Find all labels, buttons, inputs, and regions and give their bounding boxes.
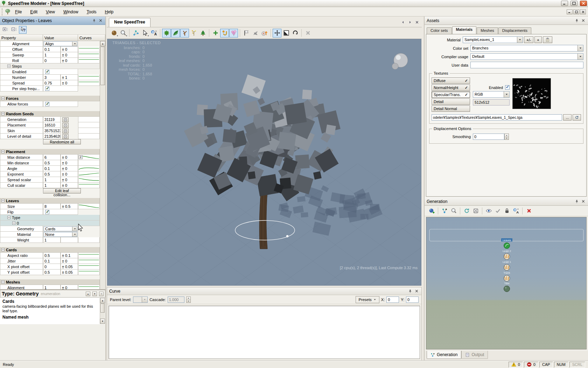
table-scrollbar[interactable]: ▲ ▼ xyxy=(100,41,105,324)
section-header-forces[interactable]: Forces xyxy=(0,96,100,101)
section-header-leaves[interactable]: Leaves xyxy=(0,198,100,204)
minimize-button[interactable] xyxy=(561,1,568,6)
collapse-icon[interactable] xyxy=(1,280,5,284)
property-label[interactable]: Spread xyxy=(0,80,43,86)
tab-displacements[interactable]: Displacements xyxy=(498,27,531,34)
close-button[interactable] xyxy=(580,1,587,6)
value-cell[interactable]: 8 xyxy=(43,204,61,209)
property-label[interactable]: Allow forces xyxy=(0,101,43,107)
variance-cell[interactable]: ± 0 xyxy=(61,166,78,171)
property-label[interactable]: Flip xyxy=(0,209,43,215)
property-label[interactable]: Roll xyxy=(0,58,43,63)
y-input[interactable] xyxy=(406,297,419,303)
dice-button[interactable] xyxy=(471,207,480,215)
scroll-up-icon[interactable]: ▲ xyxy=(100,41,105,46)
delete-red-button[interactable] xyxy=(525,207,533,215)
variance-cell[interactable] xyxy=(61,134,78,139)
property-label[interactable]: Exponent xyxy=(0,171,43,177)
description-scrollbar[interactable]: ▲ ▼ xyxy=(100,298,105,324)
value-cell[interactable]: 3 xyxy=(43,75,61,80)
check-button[interactable] xyxy=(493,207,502,215)
curve-cell[interactable] xyxy=(78,258,100,264)
collapse-icon[interactable] xyxy=(12,222,15,225)
collapse-icon[interactable] xyxy=(7,216,10,219)
randomize-dice-button[interactable] xyxy=(62,129,69,134)
tab-color-sets[interactable]: Color sets xyxy=(427,27,452,34)
group-row-0[interactable]: 0 xyxy=(0,220,100,226)
property-label[interactable]: Cull scalar xyxy=(0,183,43,188)
chevron-down-icon[interactable] xyxy=(72,42,77,46)
close-panel-icon[interactable] xyxy=(98,18,103,23)
allow-forces-checkbox[interactable] xyxy=(45,102,49,106)
value-cell[interactable]: 0.1 xyxy=(43,47,61,52)
property-label[interactable]: Jitter xyxy=(0,258,43,264)
value-cell[interactable]: 16510 xyxy=(43,122,61,128)
close-tab-icon[interactable] xyxy=(414,20,420,25)
add-button[interactable] xyxy=(211,29,220,38)
scrollbar-thumb[interactable] xyxy=(100,304,105,313)
curve-cell[interactable] xyxy=(78,171,100,177)
curve-cell[interactable] xyxy=(78,80,100,86)
pin-icon[interactable] xyxy=(91,18,97,23)
property-label[interactable]: Offset xyxy=(0,47,43,52)
smoothing-stepper[interactable]: ▲▼ xyxy=(504,134,509,140)
refresh-button[interactable] xyxy=(462,207,471,215)
curve-cell[interactable] xyxy=(78,75,100,80)
curve-cell[interactable] xyxy=(78,134,100,139)
pin-icon[interactable] xyxy=(574,199,580,204)
variance-cell[interactable]: ± 0 xyxy=(61,52,78,58)
menu-edit[interactable]: Edit xyxy=(26,8,42,16)
flip-checkbox[interactable] xyxy=(45,210,49,214)
show-fronds-button[interactable] xyxy=(171,29,180,38)
variance-cell[interactable]: ± 0 xyxy=(61,160,78,166)
variance-cell[interactable] xyxy=(61,128,78,134)
x-input[interactable] xyxy=(386,297,399,303)
select-cursor-button[interactable]: ▾ xyxy=(140,29,149,38)
forces-button[interactable] xyxy=(220,29,229,38)
spin-up-icon[interactable]: ▲ xyxy=(505,134,509,137)
variance-cell[interactable]: ± 0 xyxy=(61,258,78,264)
display-mode-button[interactable]: ▾ xyxy=(110,29,118,38)
curve-cell[interactable]: 2 xyxy=(78,155,100,160)
collapse-icon[interactable] xyxy=(7,64,10,68)
curve-cell[interactable] xyxy=(78,122,100,128)
cascade-stepper[interactable]: ▲▼ xyxy=(186,297,191,303)
curve-cell[interactable] xyxy=(78,270,100,275)
variance-cell[interactable]: ± 0.05 xyxy=(61,264,78,270)
variance-cell[interactable]: ± 1 xyxy=(61,75,78,80)
parent-level-select[interactable] xyxy=(133,297,148,303)
cascade-input[interactable] xyxy=(168,297,184,303)
maximize-button[interactable] xyxy=(570,1,578,6)
texture-slot-detail[interactable]: Detail xyxy=(432,98,470,105)
curve-cell[interactable] xyxy=(78,128,100,134)
texture-slot-specular-trans[interactable]: Specular/Trans.✓ xyxy=(432,91,470,98)
collision-button[interactable] xyxy=(229,29,238,38)
spin-down-icon[interactable]: ▼ xyxy=(505,137,509,140)
eye-button[interactable] xyxy=(484,207,493,215)
rename-button[interactable]: BA xyxy=(149,29,158,38)
variance-cell[interactable]: ± 0 xyxy=(61,177,78,183)
variance-cell[interactable]: ± 0 xyxy=(61,155,78,160)
property-label[interactable]: Geometry xyxy=(0,226,43,232)
property-label[interactable]: Spread scalar xyxy=(0,177,43,183)
lock-button[interactable] xyxy=(503,207,511,215)
property-label[interactable]: Min distance xyxy=(0,160,43,166)
expand-groups-button[interactable] xyxy=(1,26,9,34)
generator-node-tree[interactable]: Tree xyxy=(504,282,510,292)
description-menu-button[interactable]: ≡ xyxy=(99,292,104,296)
column-curves[interactable]: Curves xyxy=(78,35,105,41)
geometry-select[interactable]: Cards xyxy=(44,226,77,231)
variance-cell[interactable] xyxy=(61,117,78,122)
variance-cell[interactable] xyxy=(61,122,78,128)
value-cell[interactable]: 1 xyxy=(43,183,61,188)
group-row-type[interactable]: Type xyxy=(0,215,100,220)
menu-window[interactable]: Window xyxy=(59,8,83,16)
curve-cell[interactable] xyxy=(78,264,100,270)
value-cell[interactable]: 1 xyxy=(43,177,61,183)
dead-leaves-button[interactable] xyxy=(251,29,260,38)
value-cell[interactable]: 31119 xyxy=(43,117,61,122)
chevron-down-icon[interactable] xyxy=(504,91,509,97)
menu-help[interactable]: Help xyxy=(101,8,118,16)
property-label[interactable]: X pivot offset xyxy=(0,264,43,270)
property-label[interactable]: Level of detail xyxy=(0,134,43,139)
